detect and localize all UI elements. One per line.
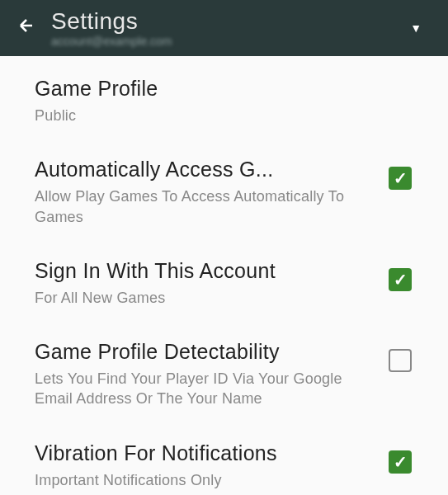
setting-text: Game Profile Detectability Lets You Find…	[35, 339, 389, 409]
page-title: Settings	[51, 8, 394, 35]
setting-text: Vibration For Notifications Important No…	[35, 441, 389, 490]
setting-game-profile[interactable]: Game Profile Public	[35, 76, 431, 125]
setting-auto-access[interactable]: Automatically Access G... Allow Play Gam…	[35, 157, 431, 227]
app-header: Settings account@example.com ▼	[0, 0, 448, 56]
setting-subtitle: Important Notifications Only	[35, 470, 372, 490]
account-email: account@example.com	[51, 35, 394, 48]
header-title-group: Settings account@example.com	[51, 8, 394, 48]
setting-title: Game Profile Detectability	[35, 339, 372, 364]
setting-sign-in-account[interactable]: Sign In With This Account For All New Ga…	[35, 258, 431, 308]
setting-title: Game Profile	[35, 76, 431, 101]
setting-text: Sign In With This Account For All New Ga…	[35, 258, 389, 308]
setting-title: Automatically Access G...	[35, 157, 372, 182]
checkbox-vibration[interactable]: ✓	[389, 450, 412, 474]
setting-subtitle: Allow Play Games To Access Automatically…	[35, 186, 372, 227]
setting-vibration[interactable]: Vibration For Notifications Important No…	[35, 441, 431, 490]
checkmark-icon: ✓	[394, 170, 408, 186]
checkbox-auto-access[interactable]: ✓	[389, 167, 412, 190]
checkmark-icon: ✓	[394, 454, 408, 470]
setting-subtitle: Lets You Find Your Player ID Via Your Go…	[35, 369, 372, 409]
account-dropdown[interactable]: ▼	[410, 21, 422, 35]
settings-list: Game Profile Public Automatically Access…	[0, 56, 448, 490]
checkbox-sign-in-account[interactable]: ✓	[389, 268, 412, 291]
setting-title: Vibration For Notifications	[35, 441, 372, 465]
setting-subtitle: Public	[35, 106, 431, 125]
setting-title: Sign In With This Account	[35, 258, 372, 283]
back-button[interactable]	[10, 8, 43, 48]
setting-text: Automatically Access G... Allow Play Gam…	[35, 157, 389, 227]
setting-text: Game Profile Public	[35, 76, 431, 125]
checkmark-icon: ✓	[394, 271, 408, 288]
checkbox-profile-detectability[interactable]	[389, 349, 412, 372]
setting-profile-detectability[interactable]: Game Profile Detectability Lets You Find…	[35, 339, 431, 409]
setting-subtitle: For All New Games	[35, 288, 372, 308]
